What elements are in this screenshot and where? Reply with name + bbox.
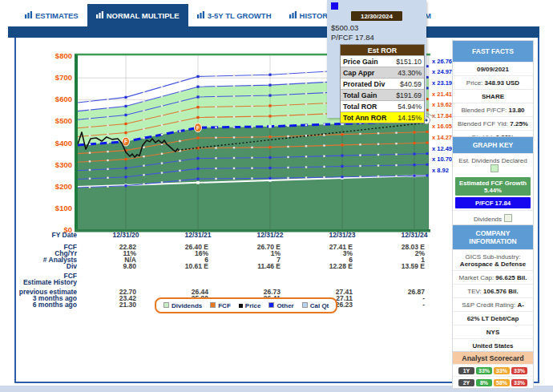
tooltip-date: 12/30/2024 [351, 11, 402, 21]
company-info-row: United States [453, 338, 533, 352]
legend-item-cal-qt: Cal Qt [302, 302, 329, 309]
table-cell: 12.28 E [305, 263, 353, 270]
table-cell: 13.59 E [377, 263, 425, 270]
est-ror-row: Prorated Div$40.59 [341, 78, 424, 89]
graph-key-dividends: Dividends [453, 210, 533, 225]
fast-facts-panel: FAST FACTS09/09/2021Price: 348.93 USDSHA… [452, 40, 534, 144]
table-row-label: FY Date [0, 232, 77, 239]
est-ror-row-value: 54.94% [398, 103, 422, 111]
table-cell: 21.30 [88, 301, 136, 309]
scorecard-period-badge: 2Y [458, 379, 474, 386]
graph-key-est-dividends: Est. Dividends Declared [453, 153, 533, 176]
dividends-declared-swatch [490, 164, 499, 172]
est-ror-row: Cap Appr43.30% [341, 67, 424, 78]
tab-normal-multiple[interactable]: NORMAL MULTIPLE [87, 4, 188, 26]
company-info-header: COMPANY INFORMATION [453, 225, 533, 249]
legend-swatch [268, 302, 274, 308]
pfcf-pill: P/FCF 17.84 [455, 197, 531, 208]
tab-3-5y-tl-growth[interactable]: 3-5Y TL GROWTH [188, 4, 281, 26]
gics-row: GICS Sub-industry:Aerospace & Defense [453, 249, 533, 270]
bar-chart-icon [25, 11, 32, 20]
fy-date-value: 12/31/21 [162, 232, 234, 239]
company-info-row: 62% LT Debt/Cap [453, 311, 533, 325]
est-ror-row-label: Total ROR [343, 103, 377, 111]
tab-label: 3-5Y TL GROWTH [208, 11, 272, 20]
analyst-scorecard-panel: Analyst Scorecard1Y33%33%33%2Y8%58%33% [452, 351, 534, 389]
est-ror-row: Price Gain$151.10 [341, 55, 424, 67]
scorecard-value-badge: 33% [494, 367, 510, 374]
scorecard-period-badge: 1Y [458, 367, 474, 374]
est-ror-row-label: Cap Appr [343, 69, 374, 77]
analyst-scorecard-header: Analyst Scorecard [453, 352, 533, 364]
company-info-row: TEV: 106.576 Bil. [453, 284, 533, 297]
legend-swatch [239, 304, 243, 308]
bar-chart-icon [197, 11, 204, 20]
company-info-row: Market Cap: 96.625 Bil. [453, 270, 533, 284]
chart-legend: DividendsFCFPriceOtherCal Qt [155, 297, 337, 313]
legend-item-dividends: Dividends [163, 302, 202, 309]
fast-facts-row: Price: 348.93 USD [453, 75, 533, 89]
tab-label: NORMAL MULTIPLE [107, 11, 180, 20]
fast-facts-header: FAST FACTS [453, 41, 533, 62]
dividends-swatch [504, 214, 512, 222]
table-cell: 10.61 E [160, 263, 208, 270]
est-ror-row-value: 43.30% [398, 69, 422, 77]
graph-key-header: GRAPH KEY [453, 137, 533, 153]
tooltip-pfcf: P/FCF 17.84 [331, 33, 426, 42]
fy-date-value: 12/31/20 [90, 232, 162, 239]
legend-item-other: Other [268, 302, 293, 309]
est-ror-row: Total Gain$191.69 [341, 89, 424, 100]
legend-item-price: Price [239, 302, 261, 309]
table-cell: 9.80 [88, 263, 136, 270]
fcf-growth-pill: Estimated FCF Growth 5.44% [455, 177, 531, 196]
est-ror-header: Est ROR [341, 45, 424, 55]
est-ror-row-label: Total Gain [343, 91, 377, 99]
legend-swatch [302, 302, 308, 308]
tooltip-price: $500.03 [331, 23, 426, 32]
fast-facts-row: Blended P/FCF: 13.80 [453, 103, 533, 116]
other-series-swatch [331, 2, 338, 10]
table-cell: - [377, 301, 425, 309]
tab-label: ESTIMATES [35, 11, 79, 20]
fy-date-value: 12/31/24 [378, 232, 450, 239]
page: ESTIMATESNORMAL MULTIPLE3-5Y TL GROWTHHI… [0, 0, 553, 392]
fy-date-value: 12/31/22 [234, 232, 306, 239]
scorecard-value-badge: 58% [494, 379, 510, 386]
bar-chart-icon [289, 11, 297, 20]
company-info-row: NYS [453, 325, 533, 338]
table-row-label: Div [0, 263, 77, 270]
legend-swatch [210, 302, 216, 308]
est-ror-row-label: Price Gain [343, 58, 378, 66]
table-row-label: Estimate History [0, 279, 77, 286]
bar-chart-icon [96, 11, 103, 20]
est-ror-row-value: $191.69 [396, 91, 422, 99]
legend-item-fcf: FCF [210, 302, 231, 309]
fast-facts-row: Blended FCF Yld: 7.25% [453, 116, 533, 130]
scorecard-value-badge: 33% [476, 367, 492, 374]
scorecard-value-badge: 33% [511, 379, 527, 386]
est-ror-row-label: Prorated Div [343, 80, 385, 88]
tab-estimates[interactable]: ESTIMATES [16, 4, 87, 26]
est-ror-table: Est ROR Price Gain$151.10Cap Appr43.30%P… [340, 44, 425, 123]
legend-swatch [163, 302, 169, 308]
fast-facts-row: SHARE [453, 89, 533, 103]
scorecard-value-badge: 8% [476, 379, 492, 386]
company-info-row: S&P Credit Rating: A- [453, 297, 533, 311]
est-ror-row-label: Tot Ann ROR [343, 114, 386, 122]
est-ror-row-value: 14.15% [398, 114, 422, 122]
est-ror-row: Tot Ann ROR14.15% [341, 111, 424, 123]
scorecard-row: 2Y8%58%33% [453, 376, 533, 388]
fy-date-value: 12/31/23 [306, 232, 378, 239]
scorecard-value-badge: 33% [511, 367, 527, 374]
header-band [8, 26, 539, 38]
table-cell: 11.46 E [232, 263, 281, 270]
table-row-label: 6 months ago [0, 301, 77, 309]
scorecard-row: 1Y33%33%33% [453, 364, 533, 376]
est-ror-row-value: $40.59 [400, 80, 422, 88]
fast-facts-row: 09/09/2021 [453, 62, 533, 75]
est-ror-row: Total ROR54.94% [341, 100, 424, 111]
est-ror-row-value: $151.10 [396, 58, 422, 66]
chart-tooltip: 12/30/2024 $500.03 P/FCF 17.84 Est ROR P… [327, 0, 426, 118]
